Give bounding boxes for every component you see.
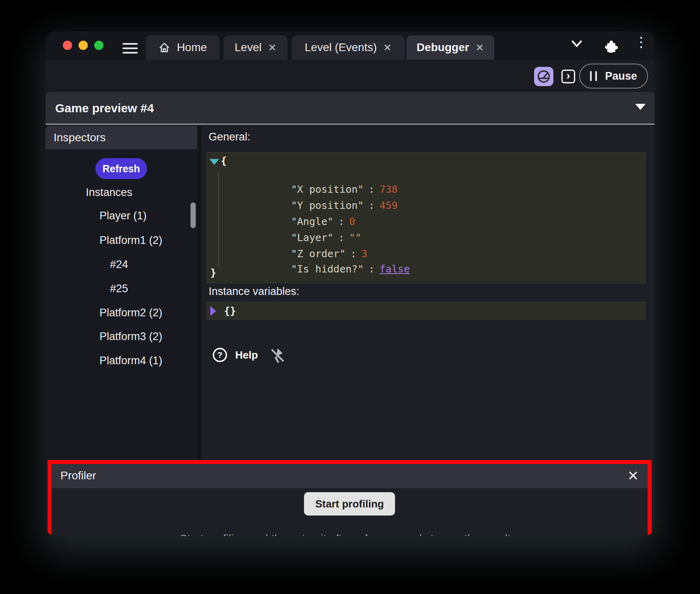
- tab-debugger[interactable]: Debugger: [406, 35, 494, 60]
- debugger-toolbar: Pause: [46, 60, 654, 92]
- svg-text:?: ?: [217, 350, 223, 359]
- tree-item-instances[interactable]: Instances: [86, 186, 133, 199]
- start-profiling-button[interactable]: Start profiling: [304, 492, 395, 516]
- window-minimize-button[interactable]: [79, 41, 88, 50]
- game-preview-selector[interactable]: Game preview #4: [46, 92, 654, 125]
- gauge-icon: [536, 68, 552, 85]
- menu-bar: [122, 43, 138, 45]
- json-row-is-hidden: "Is hidden?":false: [230, 252, 410, 266]
- json-value: 459: [379, 200, 398, 211]
- refresh-button[interactable]: Refresh: [95, 158, 147, 179]
- unpin-icon[interactable]: [267, 346, 285, 364]
- close-icon[interactable]: [383, 43, 392, 53]
- profiler-toggle-button[interactable]: [534, 67, 553, 86]
- pause-icon: [590, 71, 597, 81]
- profiler-panel: Profiler Start profiling Start profiling…: [48, 460, 652, 536]
- json-row-y-position: "Y position":459: [230, 188, 398, 202]
- caret-down-icon[interactable]: [635, 104, 646, 110]
- general-section-label: General:: [209, 131, 251, 143]
- tab-label: Home: [177, 41, 207, 54]
- instance-variables-label: Instance variables:: [209, 285, 299, 298]
- tree-item-instance-24[interactable]: #24: [110, 258, 128, 271]
- window-close-button[interactable]: [63, 41, 72, 50]
- json-open-brace: {: [221, 155, 227, 167]
- extensions-puzzle-icon[interactable]: [602, 37, 618, 53]
- tab-label: Level: [235, 41, 262, 54]
- tree-item-player[interactable]: Player (1): [99, 210, 147, 222]
- window-zoom-button[interactable]: [94, 41, 104, 50]
- json-row-angle: "Angle":0: [230, 204, 355, 219]
- tab-label: Debugger: [416, 41, 469, 54]
- console-button[interactable]: [561, 70, 575, 83]
- title-bar: Home Level Level (Events) Debugger ⋮: [46, 31, 654, 60]
- close-icon[interactable]: [476, 43, 484, 53]
- inspectors-header: Inspectors: [46, 126, 197, 149]
- tree-item-platform3[interactable]: Platform3 (2): [99, 330, 162, 343]
- tree-item-platform1[interactable]: Platform1 (2): [99, 234, 162, 247]
- help-circle-icon: ?: [212, 347, 228, 363]
- debugger-content: Inspectors Refresh Instances Player (1) …: [46, 126, 654, 536]
- tab-level[interactable]: Level: [224, 35, 288, 60]
- kebab-menu-icon[interactable]: ⋮: [634, 35, 645, 49]
- variables-empty-object: {}: [224, 305, 236, 317]
- menu-icon[interactable]: [122, 43, 138, 54]
- menu-bar: [122, 47, 138, 49]
- collapse-triangle-icon[interactable]: [209, 159, 219, 165]
- home-icon: [158, 41, 170, 54]
- json-row-x-position: "X position":738: [230, 172, 398, 186]
- profiler-title: Profiler: [60, 469, 96, 482]
- json-row-layer: "Layer":"": [230, 220, 361, 235]
- panel-footer: ? Help: [212, 346, 285, 364]
- json-row-z-order: "Z order":3: [230, 236, 367, 251]
- general-json-view: { "X position":738 "Y position":459 "Ang…: [207, 152, 646, 283]
- tree-item-platform4[interactable]: Platform4 (1): [99, 355, 162, 367]
- instance-variables-json-view: {}: [207, 302, 646, 320]
- tree-item-instance-25[interactable]: #25: [110, 283, 128, 295]
- game-preview-title: Game preview #4: [55, 101, 154, 115]
- expand-triangle-icon[interactable]: [210, 306, 216, 316]
- close-icon[interactable]: [268, 43, 276, 53]
- profiler-hint-text: Start profiling and then stop it after a…: [52, 532, 648, 536]
- tab-home[interactable]: Home: [146, 35, 220, 60]
- pause-label: Pause: [605, 70, 637, 82]
- pause-button[interactable]: Pause: [579, 64, 648, 89]
- tree-item-platform2[interactable]: Platform2 (2): [99, 307, 162, 319]
- profiler-header: Profiler: [52, 464, 648, 488]
- app-window: Home Level Level (Events) Debugger ⋮: [46, 31, 654, 536]
- help-button[interactable]: ? Help: [212, 347, 258, 363]
- json-value: false: [379, 263, 410, 275]
- sidebar-scrollbar-thumb[interactable]: [191, 202, 196, 228]
- indent-guide-line: [218, 171, 219, 266]
- close-icon[interactable]: [628, 468, 639, 484]
- chevron-down-icon[interactable]: [570, 37, 584, 50]
- tab-label: Level (Events): [305, 41, 377, 54]
- json-close-brace: }: [210, 267, 216, 278]
- tab-level-events[interactable]: Level (Events): [292, 35, 405, 60]
- menu-bar: [122, 52, 138, 54]
- help-label: Help: [235, 349, 258, 361]
